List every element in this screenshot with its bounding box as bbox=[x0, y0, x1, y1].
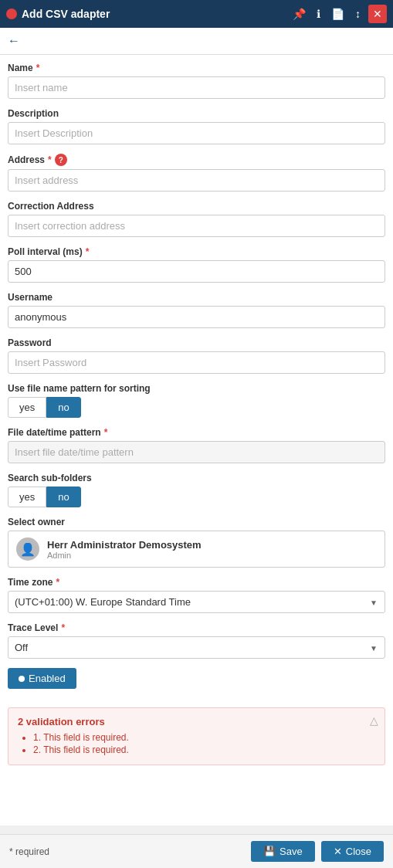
select-owner-group: Select owner 👤 Herr Administrator Demosy… bbox=[8, 517, 385, 568]
save-button[interactable]: 💾 Save bbox=[251, 841, 315, 862]
poll-required: * bbox=[86, 246, 90, 257]
validation-error-1: 1. This field is required. bbox=[33, 732, 375, 743]
enabled-dot bbox=[19, 676, 25, 682]
validation-title: 2 validation errors bbox=[18, 716, 375, 727]
select-owner-label: Select owner bbox=[8, 517, 385, 527]
form-container: Name * Description Address * ? Correctio… bbox=[0, 55, 393, 826]
enabled-group: Enabled bbox=[8, 668, 385, 698]
file-datetime-pattern-label: File date/time pattern * bbox=[8, 427, 385, 438]
correction-address-label: Correction Address bbox=[8, 201, 385, 212]
address-label: Address * ? bbox=[8, 154, 385, 166]
owner-name: Herr Administrator Demosystem bbox=[47, 539, 202, 551]
password-group: Password bbox=[8, 337, 385, 374]
title-icon bbox=[6, 8, 17, 19]
search-subfolders-no-button[interactable]: no bbox=[46, 487, 80, 507]
back-bar: ← bbox=[0, 28, 393, 55]
validation-error-2: 2. This field is required. bbox=[33, 744, 375, 755]
save-icon: 💾 bbox=[263, 846, 276, 857]
description-label: Description bbox=[8, 108, 385, 119]
file-name-pattern-label: Use file name pattern for sorting bbox=[8, 383, 385, 394]
address-help-icon[interactable]: ? bbox=[55, 154, 67, 166]
description-group: Description bbox=[8, 108, 385, 144]
timezone-group: Time zone * (UTC+01:00) W. Europe Standa… bbox=[8, 577, 385, 613]
validation-box: 2 validation errors 1. This field is req… bbox=[8, 707, 385, 765]
timezone-label: Time zone * bbox=[8, 577, 385, 588]
help-icon[interactable]: ↕ bbox=[352, 6, 364, 22]
name-label: Name * bbox=[8, 63, 385, 73]
name-input[interactable] bbox=[8, 76, 385, 99]
search-subfolders-toggle: yes no bbox=[8, 487, 81, 507]
timezone-select-wrapper: (UTC+01:00) W. Europe Standard Time bbox=[8, 591, 385, 613]
owner-info: Herr Administrator Demosystem Admin bbox=[47, 539, 202, 560]
search-subfolders-label: Search sub-folders bbox=[8, 473, 385, 483]
correction-address-input[interactable] bbox=[8, 215, 385, 237]
timezone-select[interactable]: (UTC+01:00) W. Europe Standard Time bbox=[8, 591, 385, 613]
file-datetime-pattern-group: File date/time pattern * bbox=[8, 427, 385, 463]
back-button[interactable]: ← bbox=[8, 34, 20, 48]
owner-box[interactable]: 👤 Herr Administrator Demosystem Admin bbox=[8, 531, 385, 568]
name-group: Name * bbox=[8, 63, 385, 99]
address-group: Address * ? bbox=[8, 154, 385, 192]
trace-level-select-wrapper: Off bbox=[8, 636, 385, 659]
pin-icon[interactable]: 📌 bbox=[290, 6, 309, 22]
doc-icon[interactable]: 📄 bbox=[328, 6, 347, 22]
footer-buttons: 💾 Save ✕ Close bbox=[251, 841, 384, 862]
address-required: * bbox=[48, 154, 52, 165]
trace-level-group: Trace Level * Off bbox=[8, 622, 385, 659]
owner-avatar-icon: 👤 bbox=[16, 537, 39, 561]
file-datetime-pattern-input[interactable] bbox=[8, 441, 385, 463]
file-datetime-required: * bbox=[104, 427, 108, 438]
name-required: * bbox=[36, 63, 40, 73]
footer: * required 💾 Save ✕ Close bbox=[0, 834, 393, 868]
timezone-required: * bbox=[56, 577, 59, 588]
poll-interval-input[interactable] bbox=[8, 260, 385, 283]
poll-interval-label: Poll interval (ms) * bbox=[8, 246, 385, 257]
trace-level-label: Trace Level * bbox=[8, 622, 385, 633]
file-name-pattern-group: Use file name pattern for sorting yes no bbox=[8, 383, 385, 418]
trace-level-required: * bbox=[61, 622, 65, 633]
username-label: Username bbox=[8, 292, 385, 303]
password-label: Password bbox=[8, 337, 385, 348]
file-name-pattern-toggle: yes no bbox=[8, 397, 81, 418]
close-footer-button[interactable]: ✕ Close bbox=[321, 841, 384, 862]
title-bar: Add CSV adapter 📌 ℹ 📄 ↕ ✕ bbox=[0, 0, 393, 28]
file-pattern-no-button[interactable]: no bbox=[46, 397, 80, 418]
password-input[interactable] bbox=[8, 351, 385, 374]
username-input[interactable] bbox=[8, 306, 385, 328]
close-dialog-button[interactable]: ✕ bbox=[368, 5, 387, 23]
address-input[interactable] bbox=[8, 169, 385, 192]
validation-close-icon[interactable]: △ bbox=[370, 714, 378, 727]
close-footer-icon: ✕ bbox=[334, 846, 342, 857]
trace-level-select[interactable]: Off bbox=[8, 636, 385, 659]
enabled-button[interactable]: Enabled bbox=[8, 668, 76, 689]
owner-role: Admin bbox=[47, 551, 202, 560]
file-pattern-yes-button[interactable]: yes bbox=[8, 397, 46, 418]
search-subfolders-yes-button[interactable]: yes bbox=[8, 487, 46, 507]
dialog-title: Add CSV adapter bbox=[22, 8, 285, 20]
username-group: Username bbox=[8, 292, 385, 328]
search-subfolders-group: Search sub-folders yes no bbox=[8, 473, 385, 507]
required-note: * required bbox=[9, 846, 49, 857]
description-input[interactable] bbox=[8, 122, 385, 144]
poll-interval-group: Poll interval (ms) * bbox=[8, 246, 385, 283]
correction-address-group: Correction Address bbox=[8, 201, 385, 237]
validation-list: 1. This field is required. 2. This field… bbox=[18, 732, 375, 755]
info-icon[interactable]: ℹ bbox=[313, 6, 324, 22]
